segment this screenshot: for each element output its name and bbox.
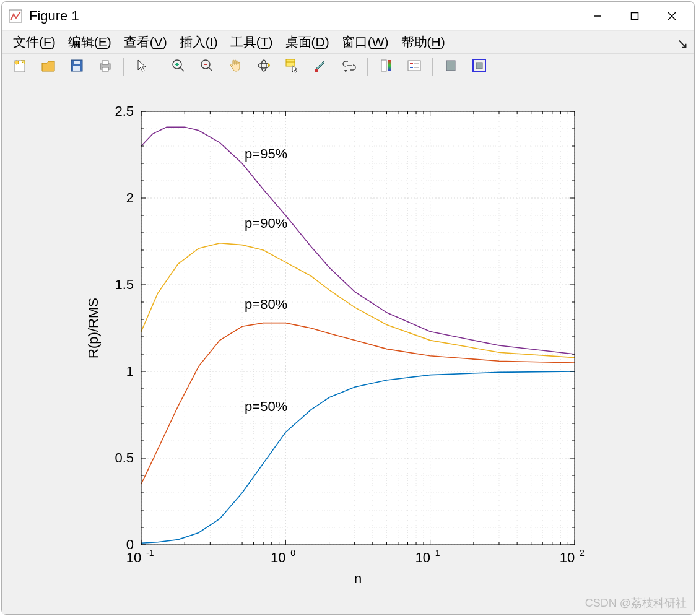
edit-pointer-button[interactable] <box>129 56 154 78</box>
figure-window: Figure 1 文件(F)编辑(E)查看(V)插入(I)工具(T)桌面(D)窗… <box>1 1 695 615</box>
menu-w[interactable]: 窗口(W) <box>336 31 395 53</box>
svg-rect-38 <box>476 63 482 69</box>
title-bar: Figure 1 <box>2 2 694 31</box>
save-figure-icon <box>69 58 85 76</box>
toolbar-separator <box>367 58 368 76</box>
svg-line-15 <box>180 67 184 71</box>
svg-rect-10 <box>73 66 80 71</box>
brush-button[interactable] <box>308 56 333 78</box>
print-figure-icon <box>97 58 113 76</box>
rotate-3d-button[interactable] <box>251 56 276 78</box>
svg-text:1.5: 1.5 <box>115 277 134 292</box>
toolbar <box>2 53 694 80</box>
insert-colorbar-icon <box>378 58 394 76</box>
zoom-out-icon <box>199 58 215 76</box>
save-figure-button[interactable] <box>64 56 89 78</box>
annotation-p95: p=95% <box>245 146 287 162</box>
maximize-button[interactable] <box>616 2 653 30</box>
minimize-button[interactable] <box>579 2 616 30</box>
svg-rect-24 <box>286 59 295 66</box>
watermark-text: CSDN @荔枝科研社 <box>585 596 687 610</box>
show-plot-tools-icon <box>471 58 487 76</box>
pan-button[interactable] <box>223 56 248 78</box>
svg-text:10: 10 <box>560 550 575 565</box>
figure-canvas: 10-110010110200.511.522.5nR(p)/RMSp=95%p… <box>2 80 694 614</box>
svg-text:n: n <box>354 571 362 586</box>
svg-text:1: 1 <box>435 548 440 558</box>
svg-rect-26 <box>315 69 318 72</box>
svg-point-21 <box>258 63 269 68</box>
svg-rect-29 <box>381 60 386 71</box>
insert-legend-icon <box>406 58 422 76</box>
svg-text:-1: -1 <box>146 548 154 558</box>
data-cursor-button[interactable] <box>280 56 305 78</box>
menu-t[interactable]: 工具(T) <box>224 31 279 53</box>
link-plots-button[interactable] <box>337 56 362 78</box>
menu-bar: 文件(F)编辑(E)查看(V)插入(I)工具(T)桌面(D)窗口(W)帮助(H)… <box>2 31 694 53</box>
zoom-out-button[interactable] <box>194 56 219 78</box>
svg-text:R(p)/RMS: R(p)/RMS <box>85 298 101 358</box>
matlab-figure-icon <box>8 9 23 24</box>
svg-line-19 <box>209 67 212 71</box>
svg-rect-12 <box>102 61 108 64</box>
annotation-p80: p=80% <box>245 297 287 312</box>
svg-text:2: 2 <box>126 190 134 206</box>
zoom-in-button[interactable] <box>166 56 191 78</box>
axes[interactable]: 10-110010110200.511.522.5nR(p)/RMSp=95%p… <box>2 80 694 612</box>
svg-rect-2 <box>632 13 638 20</box>
open-file-icon <box>40 58 56 76</box>
svg-rect-39 <box>141 111 575 545</box>
toolbar-separator <box>160 58 160 76</box>
svg-point-7 <box>15 61 19 64</box>
open-file-button[interactable] <box>36 56 61 78</box>
hide-plot-tools-button[interactable] <box>438 56 463 78</box>
insert-legend-button[interactable] <box>402 56 427 78</box>
menu-i[interactable]: 插入(I) <box>173 31 224 53</box>
new-figure-button[interactable] <box>7 56 32 78</box>
link-plots-icon <box>341 58 357 76</box>
toolbar-separator <box>432 58 433 76</box>
svg-marker-28 <box>344 70 347 72</box>
show-plot-tools-button[interactable] <box>467 56 492 78</box>
menu-d[interactable]: 桌面(D) <box>279 31 336 53</box>
hide-plot-tools-icon <box>443 58 459 76</box>
svg-point-22 <box>261 60 266 71</box>
svg-rect-9 <box>74 61 80 64</box>
annotation-p50: p=50% <box>245 399 287 414</box>
menu-f[interactable]: 文件(F) <box>7 31 62 53</box>
svg-rect-31 <box>408 61 420 71</box>
annotation-p90: p=90% <box>245 215 287 231</box>
window-title: Figure 1 <box>29 8 579 24</box>
insert-colorbar-button[interactable] <box>373 56 398 78</box>
svg-text:2.5: 2.5 <box>115 103 134 119</box>
svg-text:10: 10 <box>415 550 430 565</box>
close-button[interactable] <box>653 2 690 30</box>
brush-icon <box>313 58 329 76</box>
svg-text:0.5: 0.5 <box>115 450 134 466</box>
svg-rect-36 <box>446 61 455 71</box>
svg-text:0: 0 <box>126 537 134 552</box>
svg-rect-13 <box>102 67 108 71</box>
svg-text:1: 1 <box>126 363 134 379</box>
zoom-in-icon <box>170 58 186 76</box>
new-figure-icon <box>12 58 28 76</box>
svg-rect-30 <box>388 60 391 71</box>
rotate-3d-icon <box>256 58 272 76</box>
toolbar-separator <box>123 58 124 76</box>
edit-pointer-icon <box>134 58 150 76</box>
svg-text:2: 2 <box>580 548 585 558</box>
print-figure-button[interactable] <box>93 56 118 78</box>
svg-text:0: 0 <box>290 548 295 558</box>
menu-e[interactable]: 编辑(E) <box>62 31 118 53</box>
pan-icon <box>227 58 243 76</box>
menu-h[interactable]: 帮助(H) <box>395 31 451 53</box>
menu-v[interactable]: 查看(V) <box>118 31 173 53</box>
dock-arrow-icon[interactable]: ↘ <box>677 36 688 52</box>
data-cursor-icon <box>284 58 300 76</box>
svg-text:10: 10 <box>271 550 285 565</box>
